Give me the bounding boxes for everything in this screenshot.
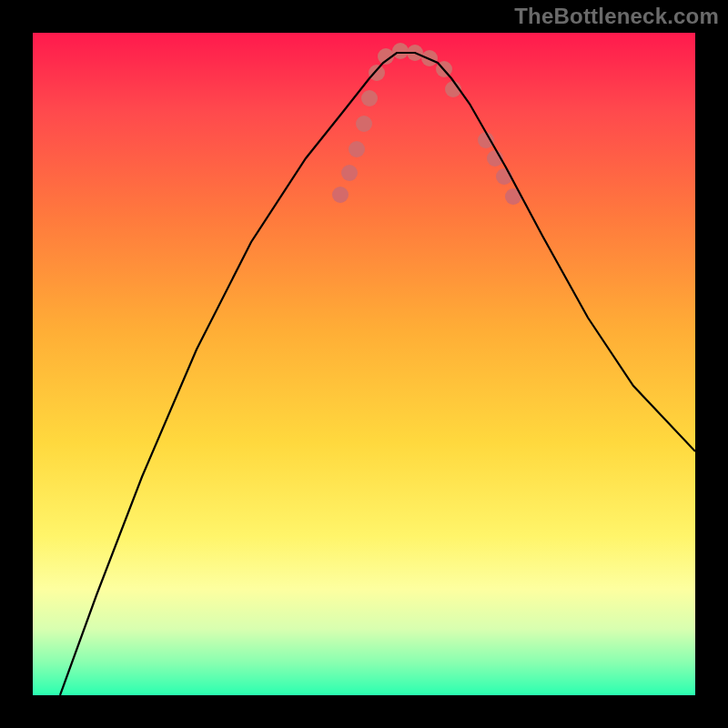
marker-dot [392, 43, 409, 59]
chart-svg [33, 33, 695, 695]
bottleneck-curve [60, 53, 695, 695]
marker-dot [369, 65, 385, 81]
marker-dot [356, 116, 372, 132]
marker-layer [332, 43, 521, 205]
chart-frame: TheBottleneck.com [0, 0, 728, 728]
marker-dot [361, 90, 378, 106]
watermark-text: TheBottleneck.com [514, 4, 719, 29]
marker-dot [349, 141, 365, 157]
marker-dot [332, 187, 349, 203]
plot-area [33, 33, 695, 695]
marker-dot [341, 165, 358, 181]
